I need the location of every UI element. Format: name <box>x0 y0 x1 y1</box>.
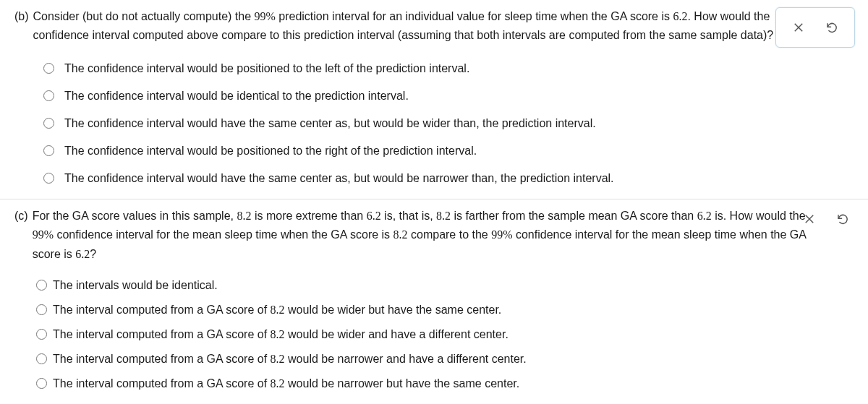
radio-input[interactable] <box>43 173 54 184</box>
option[interactable]: The interval computed from a GA score of… <box>36 375 854 392</box>
question-stem: (c)For the GA score values in this sampl… <box>14 207 825 264</box>
option-label: The confidence interval would have the s… <box>64 170 614 187</box>
radio-input[interactable] <box>36 280 47 291</box>
radio-input[interactable] <box>36 353 47 364</box>
radio-input[interactable] <box>43 90 54 101</box>
option-label: The interval computed from a GA score of… <box>53 301 501 319</box>
reset-icon <box>825 21 838 34</box>
option-label: The interval computed from a GA score of… <box>53 326 509 343</box>
option[interactable]: The confidence interval would have the s… <box>43 170 854 187</box>
option-label: The confidence interval would be positio… <box>64 60 469 77</box>
action-bar <box>797 207 855 231</box>
option-label: The confidence interval would have the s… <box>64 115 596 132</box>
option[interactable]: The interval computed from a GA score of… <box>36 326 854 343</box>
option[interactable]: The confidence interval would be identic… <box>43 87 854 105</box>
part-label: (b) <box>14 7 29 26</box>
option-label: The confidence interval would be identic… <box>64 87 409 105</box>
options-group: The intervals would be identical.The int… <box>36 277 854 392</box>
radio-input[interactable] <box>43 145 54 156</box>
option-label: The confidence interval would be positio… <box>64 142 477 160</box>
option[interactable]: The interval computed from a GA score of… <box>36 351 854 368</box>
options-group: The confidence interval would be positio… <box>43 60 854 187</box>
clear-button[interactable] <box>786 15 811 40</box>
radio-input[interactable] <box>36 329 47 340</box>
radio-input[interactable] <box>43 63 54 74</box>
reset-icon <box>836 212 849 225</box>
option-label: The intervals would be identical. <box>53 277 218 294</box>
option[interactable]: The confidence interval would have the s… <box>43 115 854 132</box>
close-icon <box>803 212 816 225</box>
close-icon <box>792 21 805 34</box>
option[interactable]: The interval computed from a GA score of… <box>36 301 854 319</box>
radio-input[interactable] <box>43 118 54 129</box>
option[interactable]: The confidence interval would be positio… <box>43 142 854 160</box>
question-b: (b)Consider (but do not actually compute… <box>0 0 868 199</box>
reset-button[interactable] <box>830 207 855 231</box>
radio-input[interactable] <box>36 378 47 389</box>
option[interactable]: The intervals would be identical. <box>36 277 854 294</box>
question-c: (c)For the GA score values in this sampl… <box>0 199 868 404</box>
part-label: (c) <box>14 207 28 225</box>
reset-button[interactable] <box>820 15 844 40</box>
action-bar <box>775 7 855 48</box>
option-label: The interval computed from a GA score of… <box>53 351 527 368</box>
stem-text: For the GA score values in this sample, … <box>33 207 825 264</box>
stem-text: Consider (but do not actually compute) t… <box>33 7 825 46</box>
option-label: The interval computed from a GA score of… <box>53 375 519 392</box>
option[interactable]: The confidence interval would be positio… <box>43 60 854 77</box>
radio-input[interactable] <box>36 304 47 315</box>
question-stem: (b)Consider (but do not actually compute… <box>14 7 825 46</box>
clear-button[interactable] <box>797 207 822 231</box>
